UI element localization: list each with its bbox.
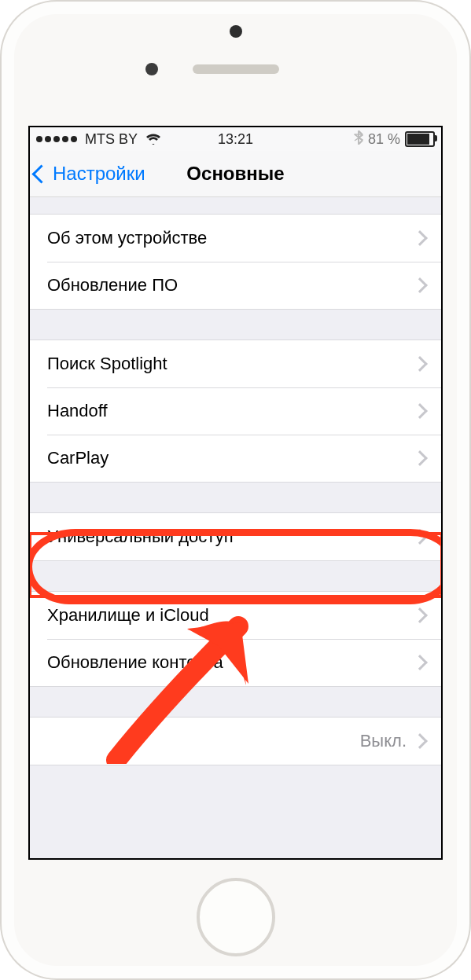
cell-handoff[interactable]: Handoff bbox=[30, 387, 441, 435]
phone-frame: MTS BY 13:21 81 % Настройки Основные bbox=[0, 0, 471, 980]
chevron-right-icon bbox=[412, 403, 428, 419]
cell-software-update[interactable]: Обновление ПО bbox=[30, 262, 441, 310]
group-1: Об этом устройстве Обновление ПО bbox=[30, 214, 441, 310]
cell-restrictions[interactable]: Выкл. bbox=[30, 717, 441, 765]
cell-carplay[interactable]: CarPlay bbox=[30, 435, 441, 483]
sensor-dot bbox=[145, 63, 158, 75]
chevron-right-icon bbox=[412, 733, 428, 749]
clock: 13:21 bbox=[30, 131, 441, 148]
group-3: Универсальный доступ bbox=[30, 512, 441, 561]
cell-label: Handoff bbox=[47, 401, 108, 421]
cell-label: Обновление контента bbox=[47, 652, 223, 673]
cell-label: Обновление ПО bbox=[47, 275, 178, 295]
cell-background-refresh[interactable]: Обновление контента bbox=[30, 639, 441, 687]
battery-icon bbox=[405, 131, 435, 147]
cell-storage-icloud[interactable]: Хранилище и iCloud bbox=[30, 591, 441, 639]
chevron-right-icon bbox=[412, 655, 428, 670]
group-5: Выкл. bbox=[30, 717, 441, 765]
status-bar: MTS BY 13:21 81 % bbox=[30, 127, 441, 151]
cell-label: Хранилище и iCloud bbox=[47, 605, 209, 626]
settings-list[interactable]: Об этом устройстве Обновление ПО Поиск S… bbox=[30, 198, 441, 858]
cell-accessibility[interactable]: Универсальный доступ bbox=[30, 512, 441, 561]
cell-label: Универсальный доступ bbox=[47, 527, 234, 547]
cell-about[interactable]: Об этом устройстве bbox=[30, 214, 441, 262]
camera-dot bbox=[230, 25, 242, 38]
nav-bar: Настройки Основные bbox=[30, 151, 441, 197]
screen: MTS BY 13:21 81 % Настройки Основные bbox=[28, 126, 443, 860]
earpiece-speaker bbox=[193, 64, 279, 74]
page-title: Основные bbox=[30, 163, 441, 185]
group-2: Поиск Spotlight Handoff CarPlay bbox=[30, 340, 441, 483]
cell-spotlight[interactable]: Поиск Spotlight bbox=[30, 340, 441, 387]
chevron-right-icon bbox=[412, 529, 428, 545]
cell-value: Выкл. bbox=[360, 731, 407, 751]
chevron-right-icon bbox=[412, 356, 428, 372]
hardware-top bbox=[0, 0, 471, 126]
chevron-right-icon bbox=[412, 230, 428, 246]
cell-label: Об этом устройстве bbox=[47, 228, 207, 248]
home-button[interactable] bbox=[197, 878, 275, 956]
cell-label: Поиск Spotlight bbox=[47, 354, 167, 374]
chevron-right-icon bbox=[412, 277, 428, 293]
cell-label: CarPlay bbox=[47, 448, 109, 468]
chevron-right-icon bbox=[412, 450, 428, 466]
group-4: Хранилище и iCloud Обновление контента bbox=[30, 591, 441, 687]
chevron-right-icon bbox=[412, 607, 428, 623]
